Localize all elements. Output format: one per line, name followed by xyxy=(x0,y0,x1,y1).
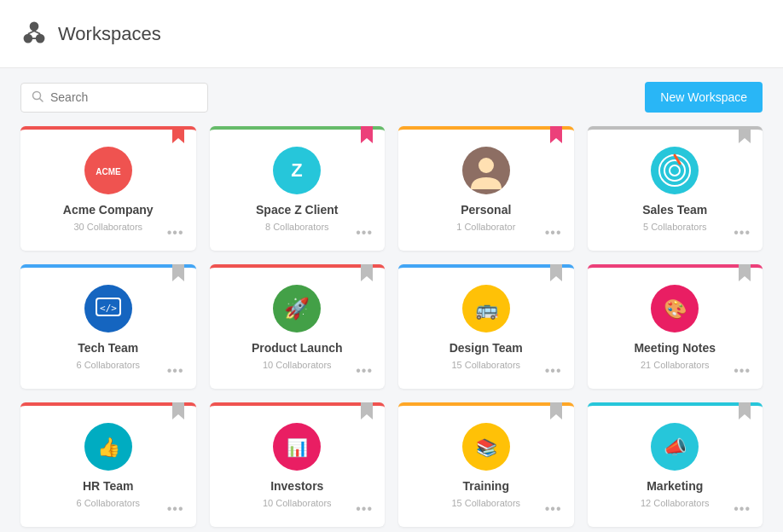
bookmark-icon xyxy=(361,264,373,286)
collaborator-count: 5 Collaborators xyxy=(643,222,707,232)
bookmark-icon xyxy=(739,126,751,147)
new-workspace-button[interactable]: New Workspace xyxy=(645,82,763,113)
page-title: Workspaces xyxy=(58,23,161,45)
workspace-avatar: Z xyxy=(273,147,321,194)
svg-text:ACME: ACME xyxy=(96,167,121,176)
more-menu-button[interactable]: ••• xyxy=(356,363,373,379)
search-icon xyxy=(32,90,44,105)
svg-text:</>: </> xyxy=(100,303,117,314)
workspace-card[interactable]: 📚 Training 15 Collaborators ••• xyxy=(398,402,574,527)
workspace-avatar: 🚀 xyxy=(273,285,321,332)
workspace-name: Sales Team xyxy=(642,203,707,217)
collaborator-count: 10 Collaborators xyxy=(263,498,332,508)
svg-text:📚: 📚 xyxy=(475,437,496,458)
more-menu-button[interactable]: ••• xyxy=(734,501,751,517)
workspace-card[interactable]: </> Tech Team 6 Collaborators ••• xyxy=(20,264,196,389)
workspace-card[interactable]: ACME Acme Company 30 Collaborators ••• xyxy=(20,126,196,251)
bookmark-icon xyxy=(172,402,184,424)
svg-text:📣: 📣 xyxy=(664,436,687,459)
more-menu-button[interactable]: ••• xyxy=(167,225,184,240)
header: Workspaces xyxy=(0,0,783,68)
workspace-avatar: </> xyxy=(84,285,132,332)
workspace-name: Personal xyxy=(461,203,511,217)
collaborator-count: 21 Collaborators xyxy=(641,360,710,370)
collaborator-count: 1 Collaborator xyxy=(456,222,515,232)
workspace-card[interactable]: Personal 1 Collaborator ••• xyxy=(398,126,574,251)
workspace-card[interactable]: 🎨 Meeting Notes 21 Collaborators ••• xyxy=(588,264,763,389)
svg-point-14 xyxy=(651,147,699,194)
bookmark-icon xyxy=(172,126,184,147)
workspace-name: Product Launch xyxy=(252,341,343,355)
workspace-name: HR Team xyxy=(83,479,134,493)
bookmark-icon xyxy=(361,402,373,424)
more-menu-button[interactable]: ••• xyxy=(167,363,184,379)
workspace-name: Tech Team xyxy=(78,341,138,355)
workspace-name: Investors xyxy=(270,479,323,493)
bookmark-icon xyxy=(739,402,751,424)
more-menu-button[interactable]: ••• xyxy=(545,363,562,379)
collaborator-count: 15 Collaborators xyxy=(451,360,520,370)
bookmark-icon xyxy=(361,126,373,147)
collaborator-count: 15 Collaborators xyxy=(451,498,520,508)
workspace-name: Design Team xyxy=(450,341,523,355)
svg-text:Z: Z xyxy=(292,159,303,181)
workspace-avatar: 📊 xyxy=(273,423,321,471)
workspace-name: Training xyxy=(463,479,509,493)
more-menu-button[interactable]: ••• xyxy=(734,225,751,240)
more-menu-button[interactable]: ••• xyxy=(356,501,373,517)
workspace-card[interactable]: Sales Team 5 Collaborators ••• xyxy=(588,126,763,251)
svg-text:📊: 📊 xyxy=(287,437,308,458)
bookmark-icon xyxy=(550,126,562,147)
workspace-avatar: 📚 xyxy=(462,423,510,471)
workspace-name: Meeting Notes xyxy=(634,341,716,355)
workspace-avatar xyxy=(462,147,510,194)
workspace-avatar: 🚌 xyxy=(462,285,510,332)
more-menu-button[interactable]: ••• xyxy=(167,501,184,517)
workspace-name: Space Z Client xyxy=(256,203,338,217)
toolbar: New Workspace xyxy=(0,68,783,126)
more-menu-button[interactable]: ••• xyxy=(545,225,562,240)
workspace-avatar: 📣 xyxy=(651,423,699,471)
svg-text:🚌: 🚌 xyxy=(474,298,498,321)
bookmark-icon xyxy=(739,264,751,286)
collaborator-count: 10 Collaborators xyxy=(263,360,332,370)
collaborator-count: 8 Collaborators xyxy=(265,222,329,232)
workspace-card[interactable]: 🚀 Product Launch 10 Collaborators ••• xyxy=(210,264,386,389)
workspace-name: Acme Company xyxy=(63,203,154,217)
collaborator-count: 6 Collaborators xyxy=(76,360,140,370)
more-menu-button[interactable]: ••• xyxy=(545,501,562,517)
bookmark-icon xyxy=(172,264,184,286)
svg-text:🎨: 🎨 xyxy=(664,298,687,321)
workspace-name: Marketing xyxy=(647,479,703,493)
bookmark-icon xyxy=(550,264,562,286)
workspace-avatar: 🎨 xyxy=(651,285,699,332)
svg-line-3 xyxy=(28,31,34,34)
svg-text:👍: 👍 xyxy=(96,436,120,459)
workspace-avatar: 👍 xyxy=(84,423,132,471)
workspace-grid: ACME Acme Company 30 Collaborators ••• Z… xyxy=(0,126,783,532)
workspace-card[interactable]: 📣 Marketing 12 Collaborators ••• xyxy=(588,402,763,527)
app-logo xyxy=(20,19,48,49)
more-menu-button[interactable]: ••• xyxy=(734,363,751,379)
workspace-avatar: ACME xyxy=(84,147,132,194)
svg-line-7 xyxy=(40,98,44,101)
collaborator-count: 12 Collaborators xyxy=(641,498,710,508)
search-box[interactable] xyxy=(20,83,208,113)
svg-text:🚀: 🚀 xyxy=(284,296,310,321)
more-menu-button[interactable]: ••• xyxy=(356,225,373,240)
collaborator-count: 30 Collaborators xyxy=(73,222,142,232)
search-input[interactable] xyxy=(50,90,197,104)
workspace-card[interactable]: 🚌 Design Team 15 Collaborators ••• xyxy=(398,264,574,389)
svg-line-4 xyxy=(34,31,40,34)
svg-point-0 xyxy=(30,21,39,31)
workspace-card[interactable]: Z Space Z Client 8 Collaborators ••• xyxy=(210,126,386,251)
workspace-card[interactable]: 📊 Investors 10 Collaborators ••• xyxy=(210,402,386,527)
collaborator-count: 6 Collaborators xyxy=(76,498,140,508)
svg-point-13 xyxy=(478,158,494,173)
workspace-avatar xyxy=(651,147,699,194)
bookmark-icon xyxy=(550,402,562,424)
workspace-card[interactable]: 👍 HR Team 6 Collaborators ••• xyxy=(20,402,196,527)
